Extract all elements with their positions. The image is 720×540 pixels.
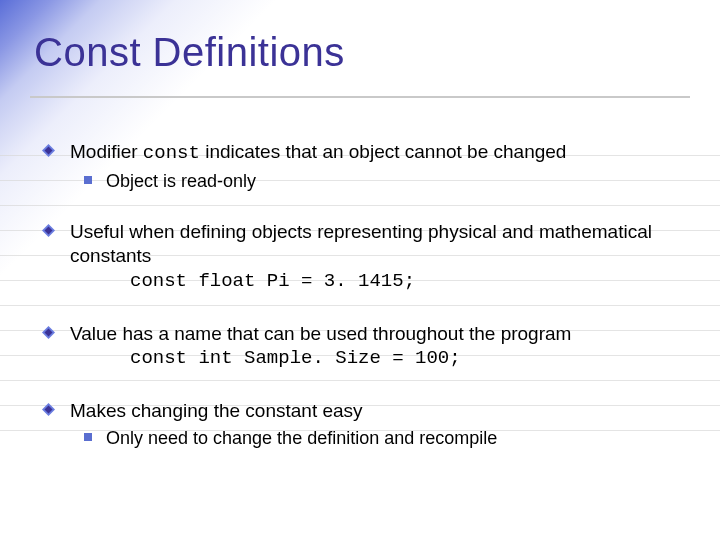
diamond-bullet-icon bbox=[42, 403, 55, 416]
square-bullet-icon bbox=[84, 433, 92, 441]
bullet-4-text: Makes changing the constant easy bbox=[70, 399, 680, 423]
bullet-4-sub-text: Only need to change the definition and r… bbox=[106, 428, 497, 448]
bullet-1-sub-text: Object is read-only bbox=[106, 171, 256, 191]
bullet-1-sub: Object is read-only bbox=[106, 170, 680, 193]
bullet-1-text: Modifier const indicates that an object … bbox=[70, 141, 566, 162]
slide-body: Modifier const indicates that an object … bbox=[70, 140, 680, 477]
bullet-1-post: indicates that an object cannot be chang… bbox=[200, 141, 567, 162]
bullet-1-pre: Modifier bbox=[70, 141, 143, 162]
bullet-3-text: Value has a name that can be used throug… bbox=[70, 322, 680, 346]
diamond-bullet-icon bbox=[42, 224, 55, 237]
square-bullet-icon bbox=[84, 176, 92, 184]
bullet-2: Useful when defining objects representin… bbox=[70, 220, 680, 293]
bullet-3: Value has a name that can be used throug… bbox=[70, 322, 680, 372]
bullet-1: Modifier const indicates that an object … bbox=[70, 140, 680, 192]
bullet-2-text: Useful when defining objects representin… bbox=[70, 220, 680, 268]
diamond-bullet-icon bbox=[42, 326, 55, 339]
bullet-4: Makes changing the constant easy Only ne… bbox=[70, 399, 680, 449]
bullet-2-code: const float Pi = 3. 1415; bbox=[130, 270, 680, 294]
bullet-4-sub: Only need to change the definition and r… bbox=[106, 427, 680, 450]
slide: Const Definitions Modifier const indicat… bbox=[0, 0, 720, 540]
const-keyword: const bbox=[143, 142, 200, 164]
bullet-3-code: const int Sample. Size = 100; bbox=[130, 347, 680, 371]
diamond-bullet-icon bbox=[42, 144, 55, 157]
slide-title: Const Definitions bbox=[34, 30, 345, 75]
title-divider bbox=[30, 96, 690, 98]
